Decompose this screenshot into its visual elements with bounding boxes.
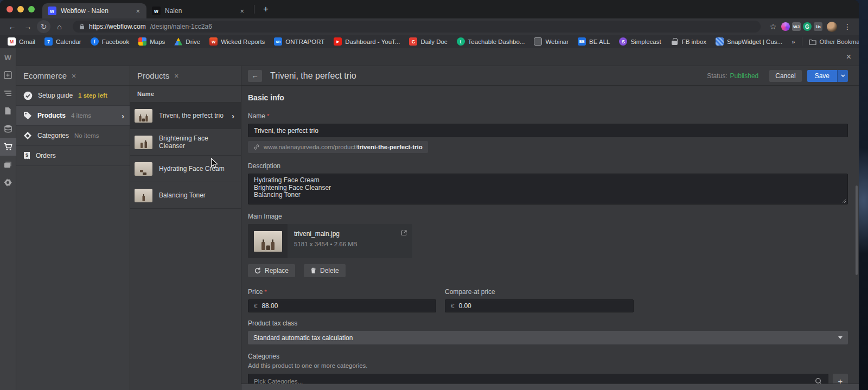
bookmark-calendar[interactable]: 7Calendar	[44, 37, 81, 46]
product-row-brightening-cleanser[interactable]: Brightening Face Cleanser	[130, 129, 241, 156]
bookmark-ontraport[interactable]: onONTRAPORT	[274, 37, 324, 46]
products-panel-header: Products ×	[130, 66, 241, 86]
name-field[interactable]	[248, 124, 848, 137]
bookmark-dashboard-youtube[interactable]: ▶Dashboard - YouT...	[334, 37, 400, 46]
bookmark-label: Webinar	[545, 39, 569, 45]
bookmark-label: FB inbox	[682, 39, 706, 45]
chevron-right-icon: ›	[122, 111, 124, 120]
compare-price-value: 0.00	[458, 302, 471, 310]
item-label: Products	[37, 112, 66, 119]
drive-icon	[174, 37, 182, 46]
chevron-down-icon	[841, 74, 845, 77]
description-field[interactable]: Hydrating Face Cream Brightening Face Cl…	[248, 174, 848, 204]
database-icon	[4, 125, 12, 133]
extension-wj-icon[interactable]: WJ	[792, 22, 801, 31]
close-icon[interactable]: ×	[174, 72, 178, 80]
product-thumbnail	[135, 189, 152, 202]
bookmark-fb-inbox[interactable]: FB inbox	[671, 37, 706, 46]
bookmark-maps[interactable]: Maps	[138, 37, 165, 46]
zoom-window-button[interactable]	[28, 6, 35, 12]
forward-icon[interactable]: →	[21, 20, 35, 33]
extension-1b-icon[interactable]: 1b	[814, 22, 822, 31]
new-tab-button[interactable]: +	[258, 4, 274, 15]
ecommerce-button[interactable]	[0, 138, 16, 156]
close-panel-icon[interactable]: ×	[846, 52, 851, 62]
webflow-favicon: w	[48, 7, 56, 15]
minimize-window-button[interactable]	[17, 6, 24, 12]
profile-avatar[interactable]	[827, 22, 837, 32]
chrome-menu-icon[interactable]: ⋮	[841, 21, 853, 33]
tab-close-icon[interactable]: ×	[238, 7, 246, 15]
save-button[interactable]: Save	[807, 70, 837, 82]
dropdown-arrow-icon	[838, 336, 843, 339]
bookmark-be-all[interactable]: BEBE ALL	[578, 37, 610, 46]
bookmark-facebook[interactable]: fFacebook	[91, 37, 130, 46]
sidebar-item-setup-guide[interactable]: Setup guide 1 step left	[16, 86, 130, 106]
tab-nalen[interactable]: w Nalen ×	[146, 3, 251, 18]
delete-image-button[interactable]: Delete	[304, 264, 346, 277]
url-host: https://webflow.com	[89, 23, 146, 30]
extension-icon[interactable]	[781, 22, 790, 31]
add-element-button[interactable]	[0, 66, 16, 84]
bookmark-star-icon[interactable]: ☆	[767, 21, 779, 33]
grammarly-icon[interactable]: G	[803, 22, 812, 31]
webflow-logo[interactable]: w	[4, 48, 11, 66]
back-icon[interactable]: ←	[5, 20, 19, 33]
webinar-icon	[534, 37, 542, 46]
product-row-balancing-toner[interactable]: Balancing Toner	[130, 182, 241, 209]
cancel-button[interactable]: Cancel	[769, 70, 801, 82]
navigator-button[interactable]	[0, 84, 16, 102]
bookmark-label: Dashboard - YouT...	[345, 39, 400, 45]
bookmark-snapwidget[interactable]: SnapWidget | Cus...	[716, 37, 782, 46]
main-image-card: triveni_main.jpg 5181 x 3454 • 2.66 MB	[248, 224, 412, 258]
product-slug-chip[interactable]: www.nalenayurveda.com/product/triveni-th…	[248, 141, 428, 153]
wicked-reports-icon: w	[209, 37, 218, 46]
back-button[interactable]: ←	[248, 70, 262, 82]
settings-button[interactable]	[0, 174, 16, 191]
sidebar-item-orders[interactable]: $ Orders	[16, 146, 130, 166]
url-path: /design/nalen-1cc2a6	[150, 23, 212, 30]
bookmark-label: Teachable Dashbo...	[468, 39, 525, 45]
sidebar-item-categories[interactable]: Categories No items	[16, 126, 130, 146]
compare-price-field[interactable]: € 0.00	[445, 299, 634, 312]
other-bookmarks-button[interactable]: Other Bookmarks	[809, 39, 859, 45]
scrollbar-thumb[interactable]	[856, 186, 858, 275]
description-label: Description	[248, 162, 848, 170]
image-thumbnail-cell	[248, 224, 288, 258]
open-image-button[interactable]	[401, 228, 407, 238]
bookmark-webinar[interactable]: Webinar	[534, 37, 569, 46]
bookmark-daily-doc[interactable]: CDaily Doc	[409, 37, 447, 46]
assets-button[interactable]	[0, 156, 16, 174]
bookmark-label: BE ALL	[589, 39, 610, 45]
bookmark-simplecast[interactable]: SSimplecast	[619, 37, 661, 46]
section-title: Basic info	[248, 93, 848, 102]
slug-prefix: www.nalenayurveda.com/product/	[264, 144, 358, 150]
close-window-button[interactable]	[7, 6, 13, 12]
tax-class-select[interactable]: Standard automatic tax calculation	[248, 331, 848, 344]
bookmark-drive[interactable]: Drive	[174, 37, 200, 46]
bookmark-label: Simplecast	[630, 39, 661, 45]
sidebar-item-products[interactable]: Products 4 items ›	[16, 106, 130, 126]
bookmarks-overflow-chevron[interactable]: »	[792, 39, 795, 45]
address-bar[interactable]: https://webflow.com/design/nalen-1cc2a6	[73, 21, 761, 33]
cms-button[interactable]	[0, 120, 16, 138]
bookmark-wicked-reports[interactable]: wWicked Reports	[209, 37, 265, 46]
product-row-hydrating-cream[interactable]: Hydrating Face Cream	[130, 156, 241, 182]
product-row-triveni[interactable]: Triveni, the perfect trio ›	[130, 103, 241, 129]
lock-icon	[671, 37, 679, 46]
facebook-icon: f	[91, 37, 99, 46]
replace-image-button[interactable]: Replace	[248, 264, 295, 277]
divider	[802, 37, 802, 46]
name-label: Name*	[248, 112, 848, 120]
home-icon[interactable]: ⌂	[53, 20, 66, 33]
tab-close-icon[interactable]: ×	[133, 7, 142, 15]
reload-icon[interactable]: ↻	[37, 20, 50, 33]
pages-button[interactable]	[0, 102, 16, 120]
save-dropdown-button[interactable]	[837, 70, 848, 82]
close-icon[interactable]: ×	[72, 72, 76, 80]
price-field[interactable]: € 88.00	[248, 299, 436, 312]
tab-webflow[interactable]: w Webflow - Nalen ×	[42, 3, 146, 18]
image-meta: 5181 x 3454 • 2.66 MB	[294, 241, 406, 247]
bookmark-teachable[interactable]: tTeachable Dashbo...	[457, 37, 525, 46]
bookmark-gmail[interactable]: MGmail	[8, 37, 35, 46]
